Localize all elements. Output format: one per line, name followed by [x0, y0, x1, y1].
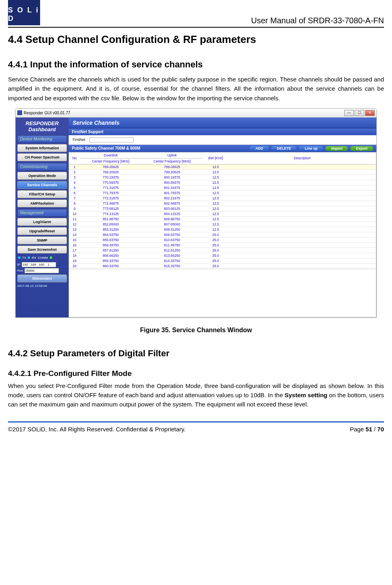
section-4-4-1-title: 4.4.1 Input the information of service c… — [8, 59, 384, 70]
table-blank — [69, 269, 376, 317]
sidebar-filter-ch-setup[interactable]: Filter/CH Setup — [17, 190, 67, 198]
table-row[interactable]: 5771.31875801.3187512.5 — [69, 185, 376, 190]
disconnect-button[interactable]: Disconnect — [17, 274, 67, 282]
table-row[interactable]: 11851.88750806.8875012.5 — [69, 216, 376, 221]
section-4-4-2-1-title: 4.4.2.1 Pre-Configured Filter Mode — [8, 369, 384, 378]
table-row[interactable]: 14854.53750809.5375025.0 — [69, 232, 376, 237]
table-row[interactable]: 20860.33750815.3375025.0 — [69, 263, 376, 268]
app-icon — [17, 110, 22, 115]
sidebar-operation-mode[interactable]: Operation Mode — [17, 172, 67, 180]
maximize-button[interactable]: ☐ — [355, 110, 364, 116]
safety-header: Public Safety Channel 700M & 800M ADD DE… — [69, 145, 376, 152]
table-row[interactable]: 1769.05625799.0562512.5 — [69, 164, 376, 169]
import-button[interactable]: Import — [325, 146, 348, 151]
table-row[interactable]: 4770.59375800.5937512.5 — [69, 180, 376, 185]
sidebar: RESPONDER Dashboard Device Monitoring Sy… — [16, 118, 69, 317]
tx-led-icon — [18, 256, 20, 259]
th-ul-cf: Center Frequency [MHz] — [141, 158, 203, 164]
minimize-button[interactable]: — — [344, 110, 354, 116]
comm-led-icon — [50, 256, 52, 259]
section-4-4-2-title: 4.4.2 Setup Parameters of Digital Filter — [8, 348, 384, 359]
table-row[interactable]: 9773.68125803.6812512.5 — [69, 206, 376, 211]
timestamp: 2017-08-12 13:58:04 — [17, 284, 67, 288]
sidebar-ch-power-spectrum[interactable]: CH Power Spectrum — [17, 153, 67, 161]
sidebar-group-management: Management — [17, 209, 67, 217]
sidebar-log-alarm[interactable]: Log/Alarm — [17, 218, 67, 226]
sidebar-group-monitoring: Device Monitoring — [17, 135, 67, 143]
main-panel: Service Channels FirstNet Support FirstN… — [69, 118, 376, 317]
sidebar-amp-isolation[interactable]: AMP/Isolation — [17, 199, 67, 207]
table-row[interactable]: 6771.79375801.7937512.5 — [69, 190, 376, 195]
table-row[interactable]: 2769.20625799.2062512.5 — [69, 169, 376, 175]
table-row[interactable]: 13853.31250808.3125012.5 — [69, 227, 376, 232]
table-row[interactable]: 8772.46875802.4687512.5 — [69, 201, 376, 206]
titlebar: Responder GUI v00.01.77 — ☐ ✕ — [16, 109, 376, 118]
footer-right: Page 51 / 70 — [350, 426, 384, 433]
sidebar-title: RESPONDER Dashboard — [17, 121, 67, 133]
txrx-indicators: TX RX COMM — [18, 256, 66, 260]
port-input[interactable] — [24, 268, 59, 273]
th-dl-cf: Center Frequency [MHz] — [80, 158, 142, 164]
lineup-button[interactable]: Line up — [299, 146, 323, 151]
table-row[interactable]: 7772.21875802.2187512.5 — [69, 195, 376, 201]
app-window: Responder GUI v00.01.77 — ☐ ✕ RESPONDER … — [15, 108, 377, 318]
channel-table: No Downlink Uplink BW [KHz] Description … — [69, 152, 376, 269]
delete-button[interactable]: DELETE — [271, 146, 297, 151]
close-button[interactable]: ✕ — [365, 110, 375, 116]
section-4-4-1-para: Service Channels are the channels which … — [8, 75, 384, 103]
add-button[interactable]: ADD — [250, 146, 269, 151]
window-title: Responder GUI v00.01.77 — [24, 111, 70, 115]
panel-title: Service Channels — [69, 118, 376, 128]
th-downlink: Downlink — [80, 152, 142, 158]
ip-input[interactable] — [22, 262, 56, 267]
sidebar-service-channels[interactable]: Service Channels — [17, 181, 67, 189]
table-row[interactable]: 16856.48750811.4875025.0 — [69, 242, 376, 248]
table-row[interactable]: 12852.65000807.6500012.5 — [69, 221, 376, 227]
firstnet-input[interactable] — [89, 137, 134, 142]
th-uplink: Uplink — [141, 152, 203, 158]
rx-led-icon — [28, 256, 30, 259]
th-no: No — [69, 152, 80, 165]
sidebar-system-information[interactable]: System Information — [17, 144, 67, 152]
th-bw: BW [KHz] — [203, 152, 229, 165]
table-row[interactable]: 15855.63750810.6375025.0 — [69, 237, 376, 242]
table-row[interactable]: 3770.19375800.1937512.5 — [69, 175, 376, 180]
table-row[interactable]: 18858.66250813.6625025.0 — [69, 253, 376, 258]
logo: S O L i D — [8, 0, 40, 25]
footer-left: ©2017 SOLiD, Inc. All Rights Reserved. C… — [8, 426, 186, 433]
sidebar-save-screenshot[interactable]: Save Screenshot — [17, 246, 67, 254]
sidebar-group-commissioning: Commissioning — [17, 163, 67, 171]
ip-label: IP — [17, 263, 20, 266]
firstnet-header: FirstNet Support — [69, 128, 376, 135]
sidebar-upgrade-reset[interactable]: Upgrade/Reset — [17, 227, 67, 235]
table-row[interactable]: 19859.33750814.3375025.0 — [69, 258, 376, 263]
table-row[interactable]: 10774.13125804.1312512.5 — [69, 211, 376, 216]
section-4-4-title: 4.4 Setup Channel Configuration & RF par… — [8, 33, 384, 46]
th-desc: Description — [229, 152, 376, 165]
port-label: Port — [17, 269, 23, 272]
firstnet-label: FirstNet — [73, 138, 85, 142]
section-4-4-2-1-para: When you select Pre-Configured Filter mo… — [8, 381, 384, 409]
table-row[interactable]: 17857.81250812.8125025.0 — [69, 248, 376, 253]
figure-caption: Figure 35. Service Channels Window — [8, 327, 384, 334]
export-button[interactable]: Export — [350, 146, 373, 151]
manual-title: User Manual of SRDR-33-7080-A-FN — [251, 16, 384, 25]
sidebar-snmp[interactable]: SNMP — [17, 236, 67, 244]
